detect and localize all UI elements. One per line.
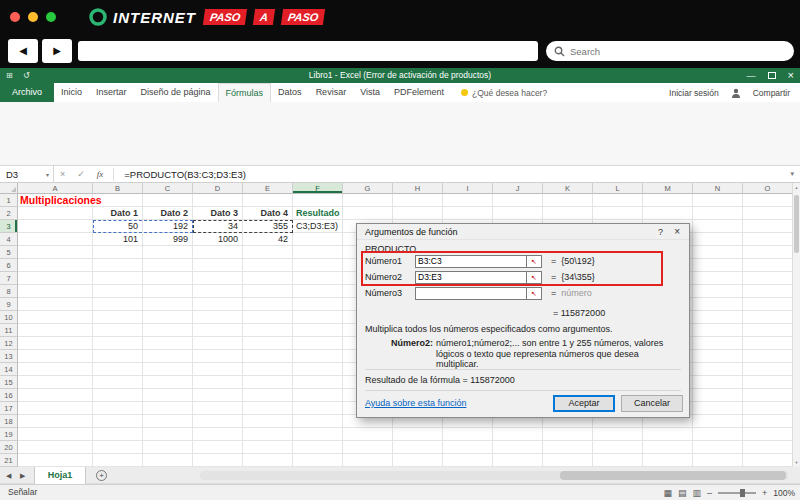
dialog-titlebar[interactable]: Argumentos de función ? × <box>357 224 689 240</box>
minimize-icon[interactable]: — <box>747 71 756 81</box>
scroll-down-icon[interactable]: ▼ <box>793 460 800 465</box>
cell-E2[interactable]: Dato 4 <box>243 207 291 220</box>
column-header-M[interactable]: M <box>643 183 693 194</box>
name-box[interactable]: D3 ▾ <box>0 166 54 183</box>
close-traffic-light-icon[interactable] <box>10 12 20 22</box>
page-break-view-icon[interactable]: ▥ <box>692 488 701 498</box>
column-header-K[interactable]: K <box>543 183 593 194</box>
tab-inicio[interactable]: Inicio <box>54 83 89 102</box>
search-input[interactable] <box>570 46 770 57</box>
tab-archivo[interactable]: Archivo <box>0 83 54 102</box>
row-header-11[interactable]: 11 <box>0 324 18 337</box>
sheet-nav-left-icon[interactable]: ◀ <box>6 467 11 484</box>
tab-formulas[interactable]: Fórmulas <box>218 83 272 102</box>
minimize-traffic-light-icon[interactable] <box>28 12 38 22</box>
row-header-4[interactable]: 4 <box>0 233 18 246</box>
row-header-15[interactable]: 15 <box>0 376 18 389</box>
tab-pdfelement[interactable]: PDFelement <box>387 83 451 102</box>
column-header-G[interactable]: G <box>343 183 393 194</box>
zoom-slider[interactable] <box>718 492 756 494</box>
column-header-L[interactable]: L <box>593 183 643 194</box>
share-button[interactable]: Compartir <box>753 88 790 98</box>
row-header-16[interactable]: 16 <box>0 389 18 402</box>
search-box[interactable] <box>546 41 794 61</box>
row-header-20[interactable]: 20 <box>0 441 18 454</box>
vertical-scrollbar-thumb[interactable] <box>794 195 799 253</box>
cell-F2[interactable]: Resultado <box>296 207 342 220</box>
zoom-in-icon[interactable]: + <box>762 488 767 498</box>
tab-revisar[interactable]: Revisar <box>309 83 354 102</box>
tab-insertar[interactable]: Insertar <box>89 83 134 102</box>
help-link[interactable]: Ayuda sobre esta función <box>365 398 466 408</box>
insert-function-icon[interactable]: fx <box>91 169 110 179</box>
column-header-O[interactable]: O <box>743 183 792 194</box>
sign-in-button[interactable]: Iniciar sesión <box>669 88 719 98</box>
select-all-corner[interactable] <box>0 183 18 194</box>
address-bar[interactable] <box>78 41 538 61</box>
sheet-nav-right-icon[interactable]: ▶ <box>20 467 25 484</box>
row-header-1[interactable]: 1 <box>0 194 18 207</box>
column-header-E[interactable]: E <box>243 183 293 194</box>
row-header-19[interactable]: 19 <box>0 428 18 441</box>
column-header-D[interactable]: D <box>193 183 243 194</box>
normal-view-icon[interactable]: ▦ <box>663 488 672 498</box>
formula-input[interactable]: =PRODUCTO(B3:C3;D3:E3) <box>118 169 246 180</box>
row-header-2[interactable]: 2 <box>0 207 18 220</box>
row-header-17[interactable]: 17 <box>0 402 18 415</box>
cell-B2[interactable]: Dato 1 <box>93 207 141 220</box>
column-header-B[interactable]: B <box>93 183 143 194</box>
row-header-14[interactable]: 14 <box>0 363 18 376</box>
zoom-traffic-light-icon[interactable] <box>46 12 56 22</box>
column-header-I[interactable]: I <box>443 183 493 194</box>
cell-B4[interactable]: 101 <box>93 233 141 246</box>
cell-C4[interactable]: 999 <box>143 233 191 246</box>
cell-D2[interactable]: Dato 3 <box>193 207 241 220</box>
sheet-tab-hoja1[interactable]: Hoja1 <box>34 467 86 484</box>
forward-button[interactable]: ▶ <box>42 39 72 63</box>
tab-datos[interactable]: Datos <box>271 83 309 102</box>
column-header-C[interactable]: C <box>143 183 193 194</box>
page-layout-view-icon[interactable]: ▤ <box>678 488 687 498</box>
cell-A1[interactable]: Multiplicaciones <box>20 194 180 207</box>
row-header-8[interactable]: 8 <box>0 285 18 298</box>
scroll-up-icon[interactable]: ▲ <box>793 185 800 190</box>
row-header-10[interactable]: 10 <box>0 311 18 324</box>
cell-E4[interactable]: 42 <box>243 233 291 246</box>
cell-D4[interactable]: 1000 <box>193 233 241 246</box>
cell-F3[interactable]: C3;D3:E3) <box>296 220 354 233</box>
zoom-out-icon[interactable]: – <box>707 488 712 498</box>
zoom-level[interactable]: 100% <box>773 488 795 498</box>
dialog-help-icon[interactable]: ? <box>658 224 663 240</box>
range-picker-icon[interactable]: ↖ <box>527 287 542 300</box>
row-header-5[interactable]: 5 <box>0 246 18 259</box>
tab-vista[interactable]: Vista <box>353 83 387 102</box>
close-icon[interactable]: × <box>788 68 794 83</box>
horizontal-scrollbar[interactable] <box>200 471 788 480</box>
vertical-scrollbar[interactable]: ▲ ▼ <box>792 183 800 467</box>
column-header-F[interactable]: F <box>293 183 343 194</box>
add-sheet-button[interactable]: + <box>96 470 107 481</box>
column-header-N[interactable]: N <box>693 183 743 194</box>
row-header-7[interactable]: 7 <box>0 272 18 285</box>
cell-C2[interactable]: Dato 2 <box>143 207 191 220</box>
row-header-3[interactable]: 3 <box>0 220 18 233</box>
row-header-12[interactable]: 12 <box>0 337 18 350</box>
cancel-button[interactable]: Cancelar <box>621 395 683 412</box>
cancel-entry-icon[interactable]: × <box>54 169 71 179</box>
row-header-9[interactable]: 9 <box>0 298 18 311</box>
row-header-6[interactable]: 6 <box>0 259 18 272</box>
column-header-A[interactable]: A <box>18 183 93 194</box>
numero3-input[interactable] <box>415 287 527 300</box>
back-button[interactable]: ◀ <box>8 39 38 63</box>
row-header-13[interactable]: 13 <box>0 350 18 363</box>
row-header-21[interactable]: 21 <box>0 454 18 467</box>
tab-diseno-de-pagina[interactable]: Diseño de página <box>134 83 218 102</box>
horizontal-scrollbar-thumb[interactable] <box>560 471 786 480</box>
column-header-J[interactable]: J <box>493 183 543 194</box>
expand-formula-bar-icon[interactable]: ▾ <box>790 170 794 178</box>
column-header-H[interactable]: H <box>393 183 443 194</box>
row-header-18[interactable]: 18 <box>0 415 18 428</box>
maximize-icon[interactable] <box>768 72 776 79</box>
tell-me-box[interactable]: ¿Qué desea hacer? <box>461 83 547 102</box>
dialog-close-icon[interactable]: × <box>674 224 680 240</box>
